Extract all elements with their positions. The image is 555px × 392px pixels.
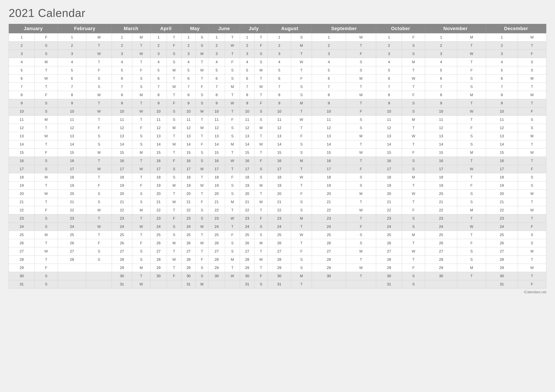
day-letter: W (402, 247, 425, 256)
day-letter: S (167, 173, 182, 181)
day-letter: S (167, 165, 182, 173)
day-number: 4 (268, 58, 291, 66)
day-number: 18 (240, 173, 255, 181)
day-number: 8 (268, 91, 291, 99)
day-number: 18 (182, 173, 196, 181)
day-letter: M (291, 42, 312, 50)
day-number: 28 (425, 256, 457, 264)
day-letter (225, 280, 240, 288)
day-number: 21 (486, 198, 518, 206)
day-number: 29 (425, 264, 457, 272)
month-jun: June (208, 24, 240, 33)
day-number: 3 (312, 50, 346, 58)
day-letter: S (35, 280, 58, 288)
day-letter: M (35, 173, 58, 181)
day-number: 25 (150, 231, 167, 239)
day-letter: T (225, 165, 240, 173)
day-letter: T (346, 214, 376, 223)
day-number: 20 (112, 190, 132, 198)
day-number: 13 (312, 132, 346, 140)
day-number: 27 (240, 247, 255, 256)
day-number: 17 (112, 165, 132, 173)
day-number: 29 (112, 264, 132, 272)
day-number: 30 (376, 272, 402, 280)
day-number: 28 (9, 256, 35, 264)
day-number: 28 (150, 256, 167, 264)
day-letter: S (196, 99, 208, 107)
day-letter: S (86, 247, 112, 256)
day-number: 10 (150, 107, 167, 116)
day-letter: T (196, 74, 208, 83)
day-letter: T (225, 223, 240, 231)
day-letter: F (402, 33, 425, 42)
day-letter: S (291, 198, 312, 206)
day-letter: S (346, 181, 376, 190)
day-letter: M (225, 256, 240, 264)
day-letter: S (291, 140, 312, 149)
day-number: 11 (376, 116, 402, 124)
day-letter: F (518, 280, 546, 288)
day-number: 12 (312, 124, 346, 132)
day-number: 25 (240, 231, 255, 239)
day-letter: M (167, 124, 182, 132)
day-number: 2 (486, 42, 518, 50)
day-number: 16 (240, 157, 255, 165)
day-number: 27 (312, 247, 346, 256)
day-number: 1 (268, 33, 291, 42)
day-letter: M (196, 50, 208, 58)
day-letter: W (196, 239, 208, 247)
day-number: 25 (182, 231, 196, 239)
day-letter: S (167, 223, 182, 231)
day-letter: F (35, 206, 58, 214)
day-number: 3 (376, 50, 402, 58)
day-number: 13 (240, 132, 255, 140)
day-letter: W (518, 33, 546, 42)
day-letter: S (35, 50, 58, 58)
day-letter: W (167, 83, 182, 91)
day-letter: W (255, 256, 268, 264)
day-letter: S (346, 116, 376, 124)
day-number: 1 (112, 33, 132, 42)
day-number: 2 (376, 42, 402, 50)
day-letter: S (346, 124, 376, 132)
day-number: 23 (240, 214, 255, 223)
day-number: 29 (312, 264, 346, 272)
day-letter: W (402, 74, 425, 83)
day-number: 25 (268, 231, 291, 239)
day-letter: T (86, 173, 112, 181)
day-letter: W (196, 124, 208, 132)
day-letter: T (35, 124, 58, 132)
day-number: 15 (268, 149, 291, 157)
day-letter: F (167, 99, 182, 107)
day-letter: T (132, 272, 150, 280)
day-letter: T (291, 280, 312, 288)
day-number: 6 (268, 74, 291, 83)
day-letter: W (167, 198, 182, 206)
day-number: 14 (208, 140, 225, 149)
day-number: 19 (376, 181, 402, 190)
day-letter: M (196, 165, 208, 173)
day-number: 9 (150, 99, 167, 107)
day-number: 23 (208, 214, 225, 223)
day-number: 8 (376, 91, 402, 99)
day-letter: T (402, 124, 425, 132)
day-number: 10 (182, 107, 196, 116)
day-letter: S (518, 66, 546, 74)
day-number: 23 (182, 214, 196, 223)
day-letter: M (518, 74, 546, 83)
day-number: 6 (150, 74, 167, 83)
day-number: 21 (268, 198, 291, 206)
day-number: 19 (58, 181, 86, 190)
day-number: 6 (486, 74, 518, 83)
day-letter: W (255, 198, 268, 206)
day-letter: F (225, 231, 240, 239)
day-number: 20 (150, 190, 167, 198)
day-letter: W (291, 58, 312, 66)
day-letter: M (402, 231, 425, 239)
day-number: 5 (9, 66, 35, 74)
month-oct: October (376, 24, 425, 33)
day-number: 17 (240, 165, 255, 173)
day-letter: T (346, 272, 376, 280)
day-number (312, 280, 346, 288)
day-number: 18 (208, 173, 225, 181)
